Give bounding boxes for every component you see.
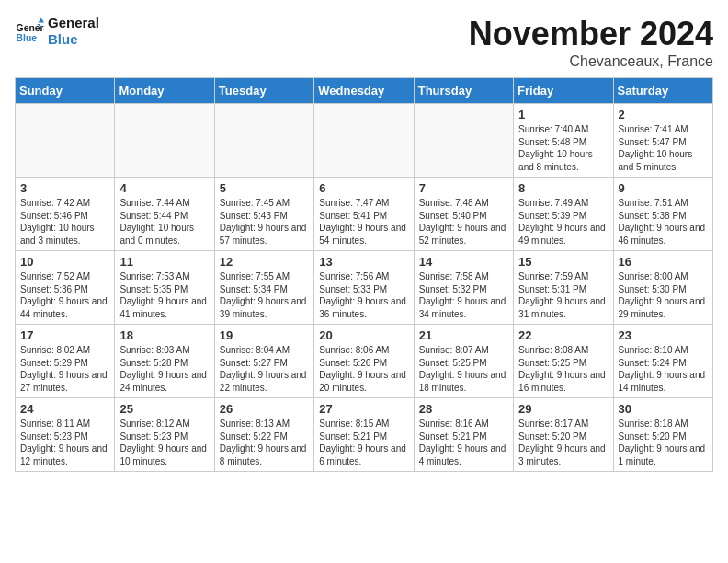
- day-number: 25: [119, 402, 209, 416]
- day-info: Sunrise: 7:58 AM Sunset: 5:32 PM Dayligh…: [419, 270, 508, 320]
- day-number: 6: [319, 181, 408, 195]
- day-number: 3: [20, 181, 109, 195]
- day-info: Sunrise: 8:11 AM Sunset: 5:23 PM Dayligh…: [20, 418, 109, 467]
- day-number: 9: [619, 181, 708, 195]
- day-number: 13: [319, 255, 408, 269]
- day-info: Sunrise: 7:41 AM Sunset: 5:47 PM Dayligh…: [619, 123, 708, 173]
- calendar-cell: [314, 104, 414, 178]
- calendar-cell: [414, 104, 513, 178]
- calendar-cell: 12Sunrise: 7:55 AM Sunset: 5:34 PM Dayli…: [214, 251, 313, 325]
- calendar-cell: [214, 104, 313, 178]
- week-row-1: 1Sunrise: 7:40 AM Sunset: 5:48 PM Daylig…: [16, 104, 713, 178]
- calendar-cell: 29Sunrise: 8:17 AM Sunset: 5:20 PM Dayli…: [514, 398, 613, 472]
- day-info: Sunrise: 7:51 AM Sunset: 5:38 PM Dayligh…: [619, 197, 708, 247]
- day-number: 30: [619, 402, 708, 416]
- calendar-cell: 14Sunrise: 7:58 AM Sunset: 5:32 PM Dayli…: [414, 251, 513, 325]
- calendar-cell: 3Sunrise: 7:42 AM Sunset: 5:46 PM Daylig…: [16, 178, 115, 251]
- day-info: Sunrise: 8:15 AM Sunset: 5:21 PM Dayligh…: [319, 418, 408, 467]
- day-info: Sunrise: 8:17 AM Sunset: 5:20 PM Dayligh…: [518, 418, 608, 467]
- calendar-cell: 18Sunrise: 8:03 AM Sunset: 5:28 PM Dayli…: [115, 325, 214, 398]
- day-number: 22: [518, 328, 608, 342]
- week-row-5: 24Sunrise: 8:11 AM Sunset: 5:23 PM Dayli…: [16, 398, 713, 472]
- day-info: Sunrise: 7:49 AM Sunset: 5:39 PM Dayligh…: [518, 197, 608, 247]
- calendar-cell: 20Sunrise: 8:06 AM Sunset: 5:26 PM Dayli…: [314, 325, 414, 398]
- calendar-cell: 27Sunrise: 8:15 AM Sunset: 5:21 PM Dayli…: [314, 398, 414, 472]
- calendar-cell: 8Sunrise: 7:49 AM Sunset: 5:39 PM Daylig…: [514, 178, 613, 251]
- weekday-header-wednesday: Wednesday: [314, 78, 414, 104]
- day-info: Sunrise: 7:56 AM Sunset: 5:33 PM Dayligh…: [319, 270, 408, 320]
- weekday-header-sunday: Sunday: [16, 78, 115, 104]
- day-number: 28: [419, 402, 508, 416]
- day-number: 12: [220, 255, 309, 269]
- day-number: 15: [518, 255, 608, 269]
- svg-text:Blue: Blue: [17, 33, 38, 43]
- calendar-cell: 4Sunrise: 7:44 AM Sunset: 5:44 PM Daylig…: [115, 178, 214, 251]
- calendar-cell: 11Sunrise: 7:53 AM Sunset: 5:35 PM Dayli…: [115, 251, 214, 325]
- day-number: 29: [518, 402, 608, 416]
- svg-marker-2: [39, 18, 44, 23]
- calendar-cell: 15Sunrise: 7:59 AM Sunset: 5:31 PM Dayli…: [514, 251, 613, 325]
- title-area: November 2024 Chevanceaux, France: [469, 15, 713, 70]
- weekday-header-saturday: Saturday: [613, 78, 712, 104]
- calendar-cell: 25Sunrise: 8:12 AM Sunset: 5:23 PM Dayli…: [115, 398, 214, 472]
- logo-general: General: [48, 15, 99, 31]
- weekday-header-row: SundayMondayTuesdayWednesdayThursdayFrid…: [16, 78, 713, 104]
- month-title: November 2024: [469, 15, 713, 53]
- weekday-header-tuesday: Tuesday: [214, 78, 313, 104]
- week-row-2: 3Sunrise: 7:42 AM Sunset: 5:46 PM Daylig…: [16, 178, 713, 251]
- day-number: 24: [20, 402, 109, 416]
- calendar-cell: 30Sunrise: 8:18 AM Sunset: 5:20 PM Dayli…: [613, 398, 712, 472]
- header: General Blue General Blue November 2024 …: [15, 15, 713, 70]
- day-info: Sunrise: 8:06 AM Sunset: 5:26 PM Dayligh…: [319, 344, 408, 394]
- calendar-cell: 13Sunrise: 7:56 AM Sunset: 5:33 PM Dayli…: [314, 251, 414, 325]
- day-info: Sunrise: 8:00 AM Sunset: 5:30 PM Dayligh…: [619, 270, 708, 320]
- day-number: 10: [20, 255, 109, 269]
- day-info: Sunrise: 8:03 AM Sunset: 5:28 PM Dayligh…: [119, 344, 209, 394]
- calendar-cell: 1Sunrise: 7:40 AM Sunset: 5:48 PM Daylig…: [514, 104, 613, 178]
- day-info: Sunrise: 7:44 AM Sunset: 5:44 PM Dayligh…: [119, 197, 209, 247]
- day-info: Sunrise: 8:08 AM Sunset: 5:25 PM Dayligh…: [518, 344, 608, 394]
- day-number: 19: [220, 328, 309, 342]
- logo-blue: Blue: [48, 31, 99, 48]
- day-number: 5: [220, 181, 309, 195]
- week-row-3: 10Sunrise: 7:52 AM Sunset: 5:36 PM Dayli…: [16, 251, 713, 325]
- day-number: 8: [518, 181, 608, 195]
- day-info: Sunrise: 8:13 AM Sunset: 5:22 PM Dayligh…: [220, 418, 309, 467]
- day-info: Sunrise: 8:16 AM Sunset: 5:21 PM Dayligh…: [419, 418, 508, 467]
- day-number: 20: [319, 328, 408, 342]
- day-info: Sunrise: 7:40 AM Sunset: 5:48 PM Dayligh…: [518, 123, 608, 173]
- day-info: Sunrise: 8:04 AM Sunset: 5:27 PM Dayligh…: [220, 344, 309, 394]
- day-number: 27: [319, 402, 408, 416]
- day-info: Sunrise: 8:12 AM Sunset: 5:23 PM Dayligh…: [119, 418, 209, 467]
- calendar-cell: 5Sunrise: 7:45 AM Sunset: 5:43 PM Daylig…: [214, 178, 313, 251]
- day-info: Sunrise: 7:48 AM Sunset: 5:40 PM Dayligh…: [419, 197, 508, 247]
- day-number: 26: [220, 402, 309, 416]
- day-number: 11: [119, 255, 209, 269]
- week-row-4: 17Sunrise: 8:02 AM Sunset: 5:29 PM Dayli…: [16, 325, 713, 398]
- day-number: 23: [619, 328, 708, 342]
- calendar-table: SundayMondayTuesdayWednesdayThursdayFrid…: [15, 77, 713, 472]
- day-number: 2: [619, 108, 708, 121]
- day-number: 16: [619, 255, 708, 269]
- weekday-header-monday: Monday: [115, 78, 214, 104]
- calendar-cell: 21Sunrise: 8:07 AM Sunset: 5:25 PM Dayli…: [414, 325, 513, 398]
- calendar-cell: 2Sunrise: 7:41 AM Sunset: 5:47 PM Daylig…: [613, 104, 712, 178]
- calendar-cell: 10Sunrise: 7:52 AM Sunset: 5:36 PM Dayli…: [16, 251, 115, 325]
- calendar-cell: [16, 104, 115, 178]
- day-number: 17: [20, 328, 109, 342]
- day-info: Sunrise: 7:59 AM Sunset: 5:31 PM Dayligh…: [518, 270, 608, 320]
- calendar-cell: 22Sunrise: 8:08 AM Sunset: 5:25 PM Dayli…: [514, 325, 613, 398]
- day-info: Sunrise: 7:55 AM Sunset: 5:34 PM Dayligh…: [220, 270, 309, 320]
- logo-icon: General Blue: [15, 17, 44, 46]
- day-info: Sunrise: 7:47 AM Sunset: 5:41 PM Dayligh…: [319, 197, 408, 247]
- logo: General Blue General Blue: [15, 15, 99, 48]
- day-number: 14: [419, 255, 508, 269]
- day-info: Sunrise: 7:42 AM Sunset: 5:46 PM Dayligh…: [20, 197, 109, 247]
- location-subtitle: Chevanceaux, France: [469, 53, 713, 70]
- day-info: Sunrise: 8:07 AM Sunset: 5:25 PM Dayligh…: [419, 344, 508, 394]
- day-info: Sunrise: 7:45 AM Sunset: 5:43 PM Dayligh…: [220, 197, 309, 247]
- weekday-header-friday: Friday: [514, 78, 613, 104]
- day-number: 18: [119, 328, 209, 342]
- calendar-cell: 17Sunrise: 8:02 AM Sunset: 5:29 PM Dayli…: [16, 325, 115, 398]
- day-number: 21: [419, 328, 508, 342]
